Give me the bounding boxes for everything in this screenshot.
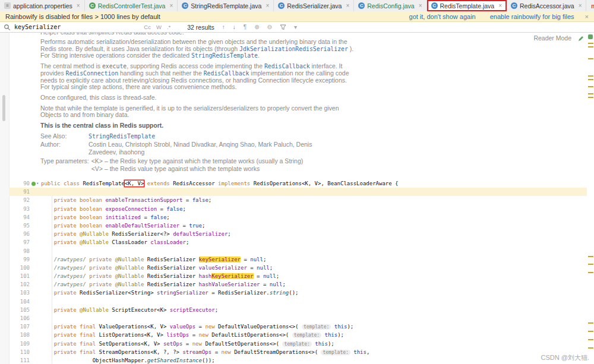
code-text: private final ValueOperations<K, V> valu… bbox=[41, 322, 587, 331]
search-toggle-[interactable]: .* bbox=[167, 24, 170, 30]
tab-label: RedisTemplate.java bbox=[440, 2, 495, 10]
search-input[interactable]: keySerializer bbox=[14, 24, 61, 30]
javadoc-text: . bbox=[258, 52, 260, 59]
tab-close-icon[interactable]: × bbox=[77, 2, 80, 9]
javadoc-link[interactable]: JdkSerializationRedisSerializer bbox=[239, 46, 348, 52]
code-token: RedisSerializer<String> bbox=[80, 290, 157, 296]
code-token: @Nullable bbox=[80, 307, 112, 313]
javadoc-meta-line: StringRedisTemplate bbox=[89, 133, 155, 140]
code-line-99: 99 /rawtypes/ private @Nullable RedisSer… bbox=[9, 255, 587, 264]
tab-close-icon[interactable]: × bbox=[419, 2, 422, 9]
code-token: stringSerializer bbox=[157, 290, 208, 296]
code-token: = bbox=[241, 257, 250, 262]
javadoc-link[interactable]: RedisCallback bbox=[264, 63, 310, 69]
left-gutter-stripe bbox=[0, 33, 10, 364]
line-number: 104 bbox=[9, 297, 31, 306]
code-token: ; bbox=[182, 206, 185, 212]
editor-tab-redisaccessor-java[interactable]: CRedisAccessor.java× bbox=[507, 0, 586, 11]
code-text: private boolean initialized = false; bbox=[41, 213, 587, 221]
code-text: /rawtypes/ private @Nullable RedisSerial… bbox=[41, 255, 587, 264]
javadoc-link[interactable]: StringRedisTemplate bbox=[89, 133, 155, 140]
code-token: ; bbox=[270, 265, 273, 271]
notification-action-link[interactable]: enable rainbowify for big files bbox=[490, 13, 574, 20]
line-number: 98 bbox=[9, 247, 31, 255]
editor-tab-pom-xml-demo-[interactable]: mpom.xml (demo)× bbox=[586, 0, 594, 11]
javadoc-link[interactable]: StringRedisTemplate bbox=[191, 52, 258, 59]
notification-close-icon[interactable]: × bbox=[585, 13, 589, 20]
editor-tab-application-properties[interactable]: ≡application.properties× bbox=[0, 0, 85, 11]
search-in-selection-icon[interactable]: ¶ bbox=[244, 24, 247, 30]
code-token: false bbox=[150, 214, 166, 220]
code-token: RedisOperations<K, V>, BeanClassLoaderAw… bbox=[250, 181, 398, 186]
tab-close-icon[interactable]: × bbox=[346, 2, 349, 9]
search-toggle-cc[interactable]: Cc bbox=[144, 24, 151, 30]
implementations-gutter-icon[interactable] bbox=[31, 182, 36, 186]
code-line-93: 93 private boolean exposeConnection = fa… bbox=[9, 205, 587, 213]
code-token: RedisSerializer bbox=[147, 281, 199, 287]
javadoc-paragraph: This is the central class in Redis suppo… bbox=[40, 122, 354, 129]
code-line-94: 94 private boolean initialized = false; bbox=[9, 213, 587, 221]
editor-tab-redisconfig-java[interactable]: CRedisConfig.java× bbox=[354, 0, 426, 11]
code-token: = bbox=[157, 206, 166, 212]
code-token: ClassLoader bbox=[112, 239, 150, 245]
tab-close-icon[interactable]: × bbox=[169, 2, 173, 9]
exclude-occurrence-icon[interactable]: ⊖ bbox=[267, 24, 272, 30]
search-toggles: CcW.* bbox=[144, 24, 170, 30]
code-token: ; bbox=[282, 281, 285, 287]
javadoc-meta-row: Author:Costin Leau, Christoph Strobl, Ni… bbox=[40, 141, 354, 156]
gutter-slot bbox=[31, 272, 41, 280]
editor[interactable]: Helper class that simplifies Redis data … bbox=[0, 33, 594, 364]
search-results-count: 32 results bbox=[187, 24, 214, 31]
filter-chevron-icon[interactable]: ▾ bbox=[294, 24, 297, 30]
javadoc-meta-row: See Also:StringRedisTemplate bbox=[40, 133, 354, 141]
tab-label: RedisSerializer.java bbox=[287, 2, 342, 10]
line-number: 92 bbox=[9, 196, 31, 204]
previous-occurrence-icon[interactable]: ↑ bbox=[222, 24, 225, 30]
javadoc-link[interactable]: RedisCallback bbox=[204, 70, 249, 77]
notification-bar: Rainbowify is disabled for files > 1000 … bbox=[0, 11, 594, 22]
next-occurrence-icon[interactable]: ↓ bbox=[233, 24, 236, 30]
notification-action-link[interactable]: got it, don't show again bbox=[409, 13, 476, 20]
reader-mode-edit-icon[interactable] bbox=[577, 34, 584, 45]
tab-close-icon[interactable]: × bbox=[266, 2, 269, 9]
javadoc-paragraph: Once configured, this class is thread-sa… bbox=[40, 94, 354, 102]
search-result-stripe-mark bbox=[588, 46, 593, 48]
javadoc-text: , supporting Redis access code implement… bbox=[127, 62, 264, 69]
code-token: classLoader bbox=[150, 239, 186, 245]
tab-bar: ≡application.properties×CRedisController… bbox=[0, 0, 594, 12]
javadoc-text: Zavedeev, ihaohong bbox=[89, 148, 144, 156]
add-occurrence-icon[interactable]: ⊕ bbox=[254, 24, 259, 30]
editor-tab-redistemplate-java[interactable]: CRedisTemplate.java× bbox=[427, 0, 507, 11]
code-token: DefaultValueOperations<>( bbox=[218, 324, 298, 330]
javadoc-link[interactable]: RedisConnection bbox=[66, 70, 118, 77]
gutter-scroll-thumb[interactable] bbox=[2, 95, 5, 121]
line-number: 111 bbox=[9, 356, 31, 364]
code-token: new bbox=[192, 341, 206, 347]
scrollbar[interactable] bbox=[587, 33, 594, 364]
overrides-gutter-icon[interactable]: ▾ bbox=[36, 182, 39, 186]
editor-tab-redisserializer-java[interactable]: CRedisSerializer.java× bbox=[274, 0, 354, 11]
code-token: = bbox=[189, 332, 198, 338]
code-text: private RedisSerializer<String> stringSe… bbox=[41, 289, 587, 297]
code-token: ScriptExecutor<K> bbox=[112, 307, 170, 313]
code-area[interactable]: 90▾public class RedisTemplate<K, V> exte… bbox=[9, 179, 587, 364]
java-test-file-icon: C bbox=[89, 2, 96, 9]
gutter-slot: ▾ bbox=[31, 179, 41, 188]
code-token: DefaultListOperations<>( bbox=[211, 332, 289, 338]
javadoc-text: <K> – the Redis key type against which t… bbox=[91, 157, 304, 164]
code-token: @Nullable bbox=[115, 281, 147, 287]
parameter-hint: template: bbox=[282, 341, 311, 347]
search-toggle-w[interactable]: W bbox=[156, 24, 162, 30]
editor-tab-rediscontrollertest-java[interactable]: CRedisControllerTest.java× bbox=[85, 0, 178, 11]
inspection-status-indicator[interactable] bbox=[588, 34, 593, 39]
code-token: false bbox=[192, 197, 208, 203]
search-result-stripe-mark bbox=[588, 43, 593, 44]
tab-close-icon[interactable]: × bbox=[579, 2, 582, 9]
tab-close-icon[interactable]: × bbox=[498, 2, 502, 9]
code-line-92: 92 private boolean enableTransactionSupp… bbox=[9, 196, 587, 204]
filter-icon[interactable] bbox=[280, 24, 286, 30]
editor-tab-stringredistemplate-java[interactable]: CStringRedisTemplate.java× bbox=[178, 0, 274, 11]
code-token: new bbox=[221, 349, 234, 355]
code-token: ObjectHashMapper. bbox=[93, 357, 147, 363]
line-number: 106 bbox=[9, 314, 31, 322]
